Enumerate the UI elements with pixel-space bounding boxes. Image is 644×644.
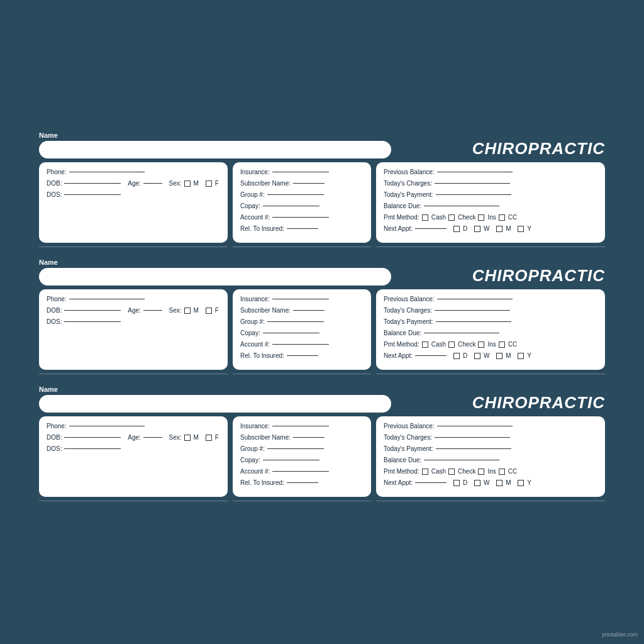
pmt-ins-checkbox-2[interactable]: [478, 341, 484, 348]
next-appt-underline-2[interactable]: [415, 355, 447, 356]
rel-underline-2[interactable]: [287, 355, 318, 356]
rel-underline-1[interactable]: [287, 228, 318, 229]
subscriber-underline-2[interactable]: [293, 310, 325, 311]
todays-payment-field-1: Today's Payment:: [384, 191, 597, 198]
age-underline-3[interactable]: [143, 437, 162, 438]
next-y-checkbox-2[interactable]: [518, 353, 524, 359]
next-w-checkbox-1[interactable]: [474, 226, 480, 232]
dob-underline-3[interactable]: [64, 437, 121, 438]
subscriber-underline-3[interactable]: [293, 437, 325, 438]
next-d-checkbox-1[interactable]: [453, 226, 460, 232]
next-d-checkbox-2[interactable]: [453, 353, 460, 359]
next-y-label-1: Y: [527, 225, 531, 232]
todays-charges-underline-3[interactable]: [435, 437, 510, 438]
dos-underline-3[interactable]: [64, 448, 121, 449]
rel-underline-3[interactable]: [287, 482, 318, 483]
dob-underline-2[interactable]: [64, 310, 121, 311]
prev-balance-underline-2[interactable]: [437, 299, 513, 299]
pmt-cash-label-1: Cash: [431, 214, 446, 221]
prev-balance-underline-1[interactable]: [437, 172, 513, 172]
pmt-ins-checkbox-1[interactable]: [478, 214, 484, 221]
next-m-checkbox-1[interactable]: [496, 226, 502, 232]
right-box-1: Previous Balance: Today's Charges: Today…: [376, 162, 605, 243]
pmt-ins-label-1: Ins: [487, 214, 496, 221]
group-label-2: Group #:: [240, 318, 265, 325]
group-underline-1[interactable]: [267, 194, 324, 195]
group-field-1: Group #:: [240, 191, 364, 198]
sex-m-checkbox-2[interactable]: [184, 308, 191, 314]
insurance-underline-1[interactable]: [272, 172, 329, 172]
pmt-cc-checkbox-1[interactable]: [499, 214, 505, 221]
pmt-check-checkbox-2[interactable]: [448, 341, 455, 348]
phone-underline-3[interactable]: [69, 426, 145, 426]
todays-payment-underline-3[interactable]: [436, 448, 511, 449]
dos-underline-2[interactable]: [64, 321, 121, 322]
pmt-cash-checkbox-1[interactable]: [422, 214, 428, 221]
dob-underline-1[interactable]: [64, 183, 121, 184]
copay-field-2: Copay:: [240, 330, 364, 336]
pmt-check-checkbox-3[interactable]: [448, 469, 455, 475]
left-box-3: Phone: DOB: Age: Sex: M F DOS:: [39, 416, 228, 497]
balance-due-underline-1[interactable]: [424, 206, 499, 206]
insurance-field-2: Insurance:: [240, 296, 364, 303]
name-section-1: Name: [39, 131, 416, 158]
group-underline-2[interactable]: [267, 321, 324, 322]
next-w-checkbox-2[interactable]: [474, 353, 480, 359]
insurance-label-1: Insurance:: [240, 169, 270, 175]
copay-underline-2[interactable]: [263, 333, 319, 333]
sex-label-3: Sex:: [169, 434, 182, 441]
copay-underline-3[interactable]: [263, 460, 319, 460]
name-input-1[interactable]: [39, 141, 391, 158]
pmt-cc-checkbox-3[interactable]: [499, 469, 505, 475]
phone-underline-1[interactable]: [69, 172, 145, 172]
insurance-underline-2[interactable]: [272, 299, 329, 299]
sex-f-checkbox-2[interactable]: [206, 308, 212, 314]
pmt-cash-checkbox-2[interactable]: [422, 341, 428, 348]
next-w-checkbox-3[interactable]: [474, 480, 480, 486]
pmt-cc-checkbox-2[interactable]: [499, 341, 505, 348]
balance-due-underline-2[interactable]: [424, 333, 499, 333]
sex-f-checkbox-1[interactable]: [206, 180, 212, 187]
next-y-checkbox-1[interactable]: [518, 226, 524, 232]
dob-label-3: DOB:: [47, 434, 62, 441]
copay-field-3: Copay:: [240, 457, 364, 464]
prev-balance-underline-3[interactable]: [437, 426, 513, 426]
phone-underline-2[interactable]: [69, 299, 145, 299]
next-y-checkbox-3[interactable]: [518, 480, 524, 486]
next-appt-underline-1[interactable]: [415, 228, 447, 229]
name-input-3[interactable]: [39, 395, 391, 413]
todays-payment-underline-1[interactable]: [436, 194, 511, 195]
next-m-checkbox-2[interactable]: [496, 353, 502, 359]
age-underline-2[interactable]: [143, 310, 162, 311]
sex-f-label-1: F: [215, 180, 219, 187]
next-d-checkbox-3[interactable]: [453, 480, 460, 486]
card-block-3: Name CHIROPRACTIC Phone: DOB: Age: Se: [39, 386, 605, 501]
sex-m-checkbox-3[interactable]: [184, 435, 191, 441]
account-field-1: Account #:: [240, 214, 364, 221]
insurance-underline-3[interactable]: [272, 426, 329, 426]
account-underline-2[interactable]: [272, 344, 329, 345]
next-appt-underline-3[interactable]: [415, 482, 447, 483]
pmt-method-field-3: Pmt Method: Cash Check Ins CC: [384, 468, 597, 475]
copay-underline-1[interactable]: [263, 206, 319, 206]
todays-charges-underline-2[interactable]: [435, 310, 510, 311]
card-top-row-1: Name CHIROPRACTIC: [39, 131, 605, 158]
sex-m-checkbox-1[interactable]: [184, 180, 191, 187]
age-underline-1[interactable]: [143, 183, 162, 184]
dos-underline-1[interactable]: [64, 194, 121, 195]
account-underline-1[interactable]: [272, 217, 329, 218]
pmt-ins-checkbox-3[interactable]: [478, 469, 484, 475]
pmt-cash-checkbox-3[interactable]: [422, 469, 428, 475]
balance-due-underline-3[interactable]: [424, 460, 499, 460]
account-underline-3[interactable]: [272, 471, 329, 472]
subscriber-underline-1[interactable]: [293, 183, 325, 184]
todays-payment-underline-2[interactable]: [436, 321, 511, 322]
name-input-2[interactable]: [39, 268, 391, 286]
group-underline-3[interactable]: [267, 448, 324, 449]
pmt-check-checkbox-1[interactable]: [448, 214, 455, 221]
next-appt-field-3: Next Appt: D W M Y: [384, 479, 597, 486]
todays-charges-underline-1[interactable]: [435, 183, 510, 184]
next-m-checkbox-3[interactable]: [496, 480, 502, 486]
prev-balance-label-3: Previous Balance:: [384, 423, 435, 430]
sex-f-checkbox-3[interactable]: [206, 435, 212, 441]
